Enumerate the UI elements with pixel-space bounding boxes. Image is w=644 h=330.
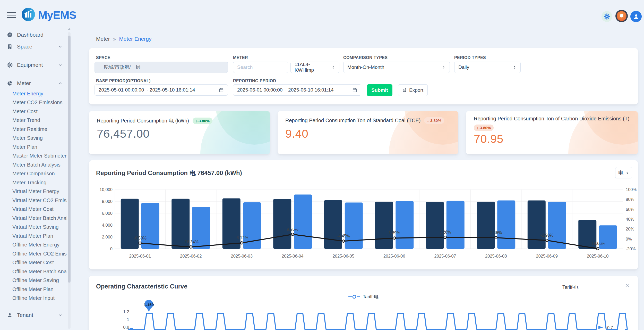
change-rate-point[interactable] [495, 236, 497, 239]
base-period-consumption-bar[interactable] [222, 199, 241, 249]
calendar-icon [219, 88, 224, 93]
account-user-icon[interactable] [630, 11, 642, 22]
change-rate-label: -8.12% [235, 236, 248, 240]
space-icon [7, 44, 13, 50]
change-rate-label: -4.45% [337, 234, 350, 238]
sidebar-subitem-label: Offline Meter Input [12, 295, 67, 301]
reporting-period-consumption-bar[interactable] [141, 203, 159, 249]
change-rate-point[interactable] [444, 236, 446, 238]
notifications-bell-icon[interactable] [615, 10, 628, 22]
sidebar-item-meter-comparison[interactable]: Meter Comparison [0, 169, 68, 178]
reporting-period-input[interactable]: 2025-06-01 00:00:00 ~ 2025-06-10 16:01:1… [233, 84, 361, 96]
brand-name: MyEMS [38, 9, 76, 21]
base-period-consumption-bar[interactable] [528, 201, 546, 249]
period-types-label: PERIOD TYPES [454, 55, 486, 60]
base-period-consumption-bar[interactable] [375, 202, 393, 249]
calendar-icon [352, 88, 357, 93]
sidebar-item-offline-meter-co2-emissions[interactable]: Offline Meter CO2 Emissions [0, 249, 68, 258]
sidebar-scroll-up-icon[interactable] [68, 28, 71, 30]
sidebar-subitem-label: Virtual Meter CO2 Emissions [12, 197, 67, 203]
tariff-wave-line [128, 313, 627, 329]
reporting-period-consumption-bar[interactable] [396, 201, 414, 249]
base-period-consumption-bar[interactable] [273, 199, 291, 249]
updown-arrows-icon [331, 65, 335, 69]
reporting-period-consumption-bar[interactable] [497, 201, 515, 249]
sidebar-item-meter-energy[interactable]: Meter Energy [0, 89, 68, 98]
sidebar-item-virtual-meter-plan[interactable]: Virtual Meter Plan [0, 232, 68, 241]
sidebar-item-virtual-meter-cost[interactable]: Virtual Meter Cost [0, 205, 68, 214]
meter-select[interactable]: 11AL4-KWHimp [290, 62, 339, 73]
sidebar-item-equipment[interactable]: Equipment [0, 59, 68, 71]
comparison-types-label: COMPARISON TYPES [343, 55, 388, 60]
change-rate-point[interactable] [393, 237, 396, 239]
sidebar-item-meter[interactable]: Meter [0, 77, 68, 89]
sidebar-item-tenant[interactable]: Tenant [0, 309, 68, 321]
reporting-period-consumption-bar[interactable] [345, 203, 363, 249]
space-value: 一度城/市政府/一层 [99, 64, 141, 71]
energy-unit-select[interactable]: 电 [615, 167, 632, 178]
base-period-input[interactable]: 2025-05-01 00:00:00 ~ 2025-05-10 16:01:1… [95, 84, 228, 96]
brand-logo[interactable]: MyEMS [22, 8, 76, 22]
menu-toggle-hamburger-icon[interactable] [7, 12, 16, 20]
change-rate-point[interactable] [291, 233, 294, 236]
sidebar-item-meter-realtime[interactable]: Meter Realtime [0, 125, 68, 134]
close-icon[interactable] [624, 282, 630, 288]
reporting-period-consumption-bar[interactable] [446, 201, 465, 249]
base-period-consumption-bar[interactable] [426, 202, 444, 249]
sidebar-item-offline-meter-input[interactable]: Offline Meter Input [0, 294, 68, 303]
tariff-curve-chart[interactable]: 0.7 [120, 310, 638, 330]
sidebar-item-meter-saving[interactable]: Meter Saving [0, 134, 68, 143]
change-rate-point[interactable] [241, 242, 243, 244]
sidebar-item-offline-meter-saving[interactable]: Offline Meter Saving [0, 276, 68, 285]
comparison-type-select[interactable]: Month-On-Month [343, 62, 450, 73]
change-rate-point[interactable] [342, 240, 345, 242]
updown-arrows-icon [442, 65, 446, 69]
tariff-start-point[interactable] [129, 328, 133, 330]
sidebar-divider [0, 53, 68, 59]
sidebar-item-meter-tracking[interactable]: Meter Tracking [0, 178, 68, 187]
sidebar-item-space[interactable]: Space [0, 41, 68, 53]
sidebar-item-meter-trend[interactable]: Meter Trend [0, 116, 68, 125]
change-rate-point[interactable] [596, 247, 599, 250]
change-rate-point[interactable] [190, 246, 192, 248]
period-type-select[interactable]: Daily [454, 62, 521, 73]
date-tick: 2025-06-04 [267, 254, 318, 259]
submit-button[interactable]: Submit [367, 84, 392, 96]
sidebar-subitem-label: Meter Realtime [12, 126, 67, 132]
sidebar-item-offline-meter-cost[interactable]: Offline Meter Cost [0, 258, 68, 267]
consumption-bar-chart[interactable]: -8.50%-16.34%-8.12%9.26%-4.45%1.69%3.26%… [115, 189, 623, 251]
reporting-period-consumption-bar[interactable] [294, 195, 312, 249]
dashboard-icon [7, 32, 13, 38]
curve-title: Operating Characteristic Curve [96, 283, 187, 290]
export-button[interactable]: Export [398, 84, 428, 96]
legend-tariff[interactable]: Tariff-电 [89, 294, 638, 300]
sidebar-item-meter-co2-emissions[interactable]: Meter CO2 Emissions [0, 98, 68, 107]
breadcrumb: Meter » Meter Energy [96, 36, 151, 42]
breadcrumb-current[interactable]: Meter Energy [119, 36, 151, 42]
sidebar-subitem-label: Offline Meter Cost [12, 260, 67, 266]
sidebar-item-virtual-meter-energy[interactable]: Virtual Meter Energy [0, 187, 68, 196]
tenant-icon [7, 312, 13, 318]
sidebar-item-offline-meter-plan[interactable]: Offline Meter Plan [0, 285, 68, 294]
base-period-consumption-bar[interactable] [324, 200, 342, 249]
space-input[interactable]: 一度城/市政府/一层 [95, 62, 228, 73]
change-rate-point[interactable] [139, 242, 141, 244]
meter-search-input[interactable] [237, 64, 284, 70]
base-period-consumption-bar[interactable] [121, 199, 139, 249]
sidebar-item-master-meter-submeters-balance[interactable]: Master Meter Submeters Balance [0, 152, 68, 161]
sidebar-item-offline-meter-batch-analysis[interactable]: Offline Meter Batch Analysis [0, 267, 68, 276]
sidebar-subitem-label: Virtual Meter Energy [12, 188, 67, 194]
change-rate-point[interactable] [546, 239, 548, 242]
sidebar-item-meter-cost[interactable]: Meter Cost [0, 107, 68, 116]
sidebar-item-meter-plan[interactable]: Meter Plan [0, 143, 68, 152]
sidebar-scrollbar-thumb[interactable] [68, 36, 71, 283]
sidebar-item-meter-batch-analysis[interactable]: Meter Batch Analysis [0, 160, 68, 169]
settings-gear-icon[interactable] [602, 11, 612, 22]
change-rate-label: 9.26% [287, 227, 298, 232]
sidebar-item-offline-meter-energy[interactable]: Offline Meter Energy [0, 241, 68, 250]
sidebar-item-dashboard[interactable]: Dashboard [0, 29, 68, 41]
sidebar-item-virtual-meter-co2-emissions[interactable]: Virtual Meter CO2 Emissions [0, 196, 68, 205]
sidebar-item-virtual-meter-saving[interactable]: Virtual Meter Saving [0, 223, 68, 232]
base-period-consumption-bar[interactable] [477, 202, 495, 249]
sidebar-item-virtual-meter-batch-analysis[interactable]: Virtual Meter Batch Analysis [0, 214, 68, 223]
